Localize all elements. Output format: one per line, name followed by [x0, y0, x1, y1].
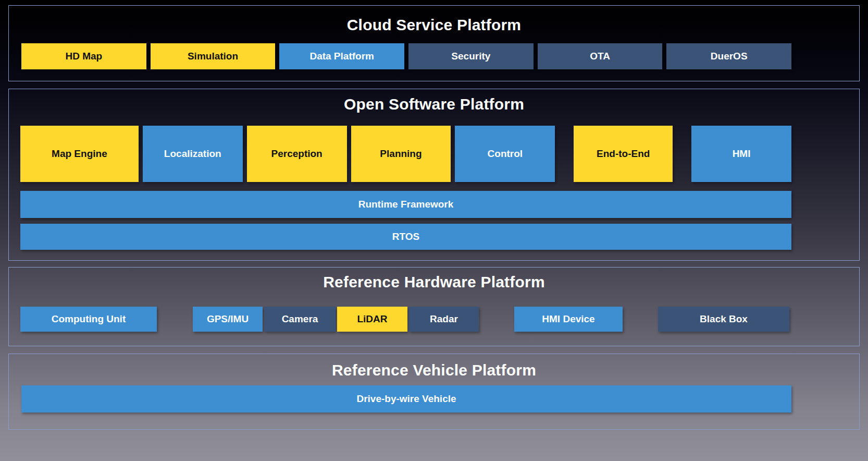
software-platform-title: Open Software Platform	[9, 89, 859, 113]
hardware-platform-title: Reference Hardware Platform	[9, 268, 859, 291]
hardware-item-lidar: LiDAR	[337, 307, 407, 332]
software-module-localization: Localization	[143, 126, 243, 182]
hardware-item-camera: Camera	[264, 307, 336, 332]
hardware-platform-section: Reference Hardware Platform Computing Un…	[8, 267, 860, 346]
vehicle-platform-section: Reference Vehicle Platform Drive-by-wire…	[8, 354, 860, 430]
cloud-item-simulation: Simulation	[151, 43, 276, 69]
cloud-item-hd-map: HD Map	[21, 43, 146, 69]
cloud-platform-title: Cloud Service Platform	[9, 6, 859, 34]
hardware-item-black-box: Black Box	[658, 307, 789, 332]
hardware-item-radar: Radar	[409, 307, 479, 332]
rtos-bar: RTOS	[20, 224, 791, 250]
drive-by-wire-vehicle-bar: Drive-by-wire Vehicle	[21, 385, 791, 413]
cloud-platform-section: Cloud Service Platform HD Map Simulation…	[8, 5, 860, 81]
cloud-item-ota: OTA	[538, 43, 663, 69]
cloud-item-data-platform: Data Platform	[279, 43, 404, 69]
cloud-item-dueros: DuerOS	[666, 43, 791, 69]
software-module-end-to-end: End-to-End	[574, 126, 673, 182]
hardware-items-row: Computing Unit GPS/IMU Camera LiDAR Rada…	[20, 307, 800, 332]
software-module-perception: Perception	[247, 126, 347, 182]
software-module-planning: Planning	[351, 126, 451, 182]
cloud-item-security: Security	[408, 43, 534, 69]
hardware-item-computing-unit: Computing Unit	[20, 307, 157, 332]
hardware-item-gps-imu: GPS/IMU	[193, 307, 263, 332]
software-modules-row: Map Engine Localization Perception Plann…	[20, 126, 791, 182]
software-module-hmi: HMI	[691, 126, 791, 182]
cloud-items-row: HD Map Simulation Data Platform Security…	[21, 43, 791, 69]
vehicle-platform-title: Reference Vehicle Platform	[9, 354, 859, 379]
software-module-control: Control	[455, 126, 555, 182]
hardware-item-hmi-device: HMI Device	[514, 307, 623, 332]
software-platform-section: Open Software Platform Map Engine Locali…	[8, 89, 860, 261]
software-module-map-engine: Map Engine	[20, 126, 139, 182]
runtime-framework-bar: Runtime Framework	[20, 191, 791, 218]
